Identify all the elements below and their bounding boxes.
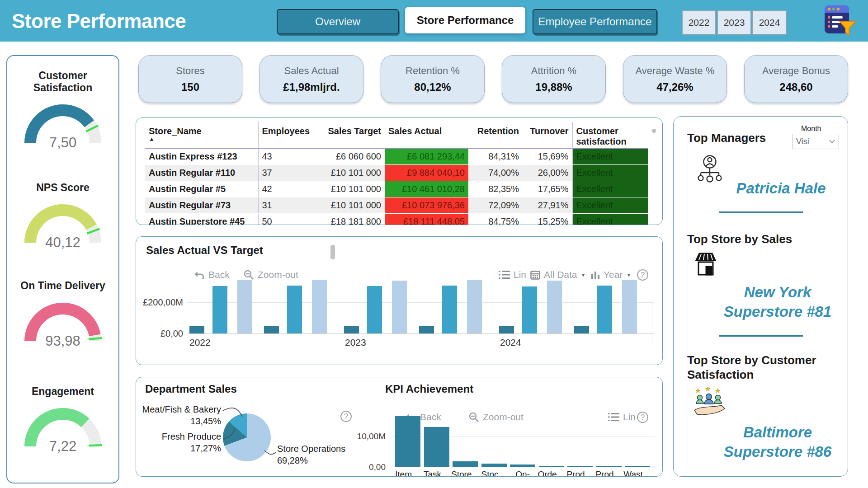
tab-employee-performance[interactable]: Employee Performance	[533, 9, 657, 34]
column-header-employees[interactable]: Employees	[258, 122, 312, 148]
year-button-2022[interactable]: 2022	[682, 10, 716, 35]
department-help-icon[interactable]: ?	[340, 411, 352, 422]
bar-sales-actual[interactable]	[212, 286, 227, 333]
cell-sales-actual[interactable]: £10 461 010,28	[385, 181, 468, 197]
cell-turnover[interactable]: 26,00%	[523, 164, 572, 181]
cell-turnover[interactable]: 27,91%	[523, 197, 572, 213]
cell-customer-satisfaction[interactable]: Excellent	[572, 213, 648, 225]
column-header-retention[interactable]: Retention	[468, 122, 523, 148]
cell-store-name[interactable]: Austin Superstore #45	[145, 213, 258, 225]
cell-store-name[interactable]: Austin Express #123	[145, 148, 258, 164]
kpi-lin-toggle[interactable]: Lin	[608, 412, 636, 422]
kpi-bar[interactable]	[567, 466, 593, 467]
cell-sales-actual[interactable]: £9 884 040,10	[385, 164, 468, 181]
cell-customer-satisfaction[interactable]: Excellent	[572, 197, 648, 213]
bar-sales-actual[interactable]	[287, 286, 302, 333]
bar-period-small[interactable]	[419, 326, 434, 333]
sales-y-tick-0: £0,00	[142, 328, 183, 339]
help-icon[interactable]: ?	[637, 269, 648, 281]
cell-sales-target[interactable]: £10 101 000	[312, 164, 385, 181]
kpi-bar[interactable]	[625, 466, 650, 467]
table-row[interactable]: Austin Regular #7331£10 101 000£10 073 9…	[145, 197, 648, 213]
cell-store-name[interactable]: Austin Regular #73	[145, 197, 258, 213]
cell-employees[interactable]: 43	[258, 148, 312, 164]
bar-period-small[interactable]	[499, 326, 514, 333]
bar-sales-target[interactable]	[237, 280, 252, 333]
kpi-bar[interactable]	[481, 464, 507, 467]
kpi-bar[interactable]	[424, 427, 449, 467]
bar-sales-target[interactable]	[547, 281, 562, 333]
table-scrollbar[interactable]	[652, 129, 656, 133]
cell-sales-target[interactable]: £10 101 000	[312, 181, 385, 197]
cell-customer-satisfaction[interactable]: Excellent	[572, 148, 648, 164]
cell-sales-actual[interactable]: £6 081 293,44	[385, 148, 468, 164]
tab-overview[interactable]: Overview	[277, 9, 399, 34]
tab-store-performance[interactable]: Store Performance	[405, 7, 525, 33]
cell-sales-actual[interactable]: £18 111 448,05	[385, 213, 468, 225]
bar-sales-target[interactable]	[392, 281, 407, 333]
bar-period-small[interactable]	[189, 326, 204, 333]
table-row[interactable]: Austin Superstore #4550£18 181 800£18 11…	[145, 213, 648, 225]
column-header-sales-target[interactable]: Sales Target	[312, 122, 385, 148]
pie-leader-lines	[136, 377, 349, 477]
bar-period-small[interactable]	[264, 326, 279, 333]
kpi-x-label: On-T…	[509, 469, 537, 477]
cell-retention[interactable]: 84,31%	[468, 148, 523, 164]
kpi-bar[interactable]	[596, 466, 622, 467]
kpi-bar[interactable]	[510, 465, 535, 467]
year-button-2024[interactable]: 2024	[752, 10, 787, 35]
bar-sales-actual[interactable]	[597, 286, 612, 333]
cell-customer-satisfaction[interactable]: Excellent	[572, 181, 648, 197]
lin-label: Lin	[514, 269, 526, 280]
kpi-zoom-out-button[interactable]: Zoom-out	[469, 412, 524, 422]
cell-retention[interactable]: 84,75%	[468, 213, 523, 225]
month-dropdown[interactable]: Visi	[792, 134, 839, 149]
bar-period-small[interactable]	[344, 326, 359, 333]
chevron-down-icon	[829, 140, 835, 143]
bar-sales-target[interactable]	[622, 280, 637, 333]
table-row[interactable]: Austin Regular #542£10 101 000£10 461 01…	[145, 181, 648, 197]
kpi-bar[interactable]	[453, 461, 478, 467]
year-granularity-dropdown[interactable]: Year ▾	[591, 269, 630, 280]
zoom-out-button[interactable]: Zoom-out	[244, 269, 298, 280]
column-header-turnover[interactable]: Turnover	[523, 122, 572, 148]
bar-sales-actual[interactable]	[522, 286, 537, 333]
cell-employees[interactable]: 42	[258, 181, 312, 197]
cell-sales-target[interactable]: £6 060 600	[312, 148, 385, 164]
kpi-lin-label: Lin	[623, 412, 636, 422]
kpi-bar[interactable]	[395, 416, 420, 467]
bar-sales-target[interactable]	[467, 280, 482, 333]
cell-store-name[interactable]: Austin Regular #5	[145, 181, 258, 197]
cell-store-name[interactable]: Austin Regular #110	[145, 164, 258, 181]
kpi-help-icon[interactable]: ?	[637, 412, 648, 423]
all-data-dropdown[interactable]: All Data ▾	[530, 269, 585, 280]
table-row[interactable]: Austin Express #12343£6 060 600£6 081 29…	[145, 148, 648, 164]
cell-customer-satisfaction[interactable]: Excellent	[572, 164, 648, 181]
cell-retention[interactable]: 82,35%	[468, 181, 523, 197]
table-row[interactable]: Austin Regular #11037£10 101 000£9 884 0…	[145, 164, 648, 181]
cell-employees[interactable]: 37	[258, 164, 312, 181]
column-header-sales-actual[interactable]: Sales Actual	[385, 122, 468, 148]
cell-turnover[interactable]: 15,25%	[523, 213, 572, 225]
cell-turnover[interactable]: 15,69%	[523, 148, 572, 164]
column-header-customer-satisfaction[interactable]: Customer satisfaction	[572, 122, 648, 148]
back-button[interactable]: Back	[194, 269, 230, 280]
cell-sales-target[interactable]: £10 101 000	[312, 197, 385, 213]
cell-retention[interactable]: 74,00%	[468, 164, 523, 181]
cell-sales-actual[interactable]: £10 073 976,36	[385, 197, 468, 213]
cell-retention[interactable]: 72,09%	[468, 197, 523, 213]
column-header-store-name[interactable]: Store_Name▲	[145, 122, 258, 148]
store-table-scroll-area[interactable]: Store_Name▲EmployeesSales TargetSales Ac…	[145, 122, 648, 225]
year-button-2023[interactable]: 2023	[717, 10, 751, 35]
cell-employees[interactable]: 31	[258, 197, 312, 213]
bar-sales-target[interactable]	[312, 280, 327, 333]
cell-employees[interactable]: 50	[258, 213, 312, 225]
bar-sales-actual[interactable]	[367, 286, 382, 333]
cell-turnover[interactable]: 17,65%	[523, 181, 572, 197]
kpi-bar[interactable]	[539, 466, 564, 467]
lin-toggle[interactable]: Lin	[499, 269, 526, 280]
cell-sales-target[interactable]: £18 181 800	[312, 213, 385, 225]
bar-sales-actual[interactable]	[442, 286, 457, 333]
bar-period-small[interactable]	[574, 326, 589, 333]
card-drag-handle[interactable]	[330, 245, 335, 259]
